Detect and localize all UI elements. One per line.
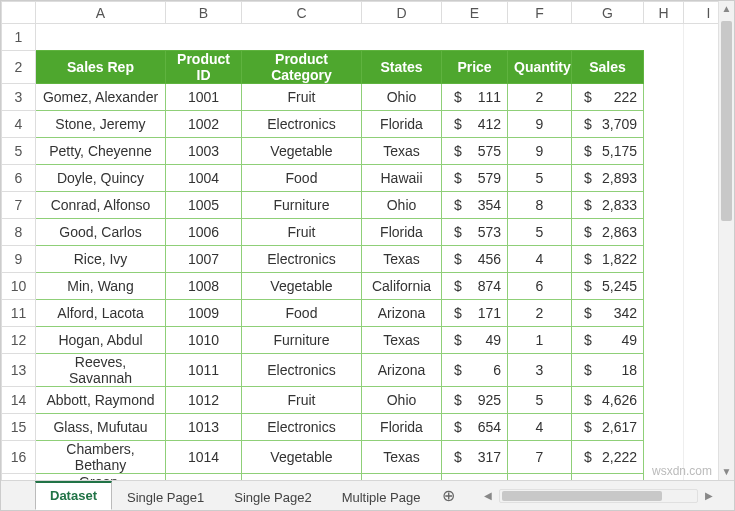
cell[interactable]	[644, 327, 684, 354]
cell[interactable]: Abbott, Raymond	[36, 387, 166, 414]
cell[interactable]: $654	[442, 414, 508, 441]
col-header-G[interactable]: G	[572, 2, 644, 24]
cell[interactable]: 1012	[166, 387, 242, 414]
cell[interactable]: Food	[242, 300, 362, 327]
cell[interactable]: $925	[442, 387, 508, 414]
new-sheet-button[interactable]: ⊕	[435, 481, 461, 510]
cell[interactable]: Texas	[362, 138, 442, 165]
cell[interactable]: Gomez, Alexander	[36, 84, 166, 111]
cell[interactable]: Fruit	[242, 84, 362, 111]
cell[interactable]	[644, 165, 684, 192]
cell[interactable]: 9	[508, 138, 572, 165]
cell[interactable]: Alford, Lacota	[36, 300, 166, 327]
worksheet-grid[interactable]: A B C D E F G H I 1 2 Sales Rep Product …	[1, 1, 734, 507]
cell[interactable]: Vegetable	[242, 273, 362, 300]
cell[interactable]: Glass, Mufutau	[36, 414, 166, 441]
cell[interactable]: $5,175	[572, 138, 644, 165]
table-header-rep[interactable]: Sales Rep	[36, 51, 166, 84]
cell[interactable]: Arizona	[362, 354, 442, 387]
cell[interactable]: Texas	[362, 441, 442, 474]
cell[interactable]: $412	[442, 111, 508, 138]
cell[interactable]	[644, 354, 684, 387]
cell[interactable]: 5	[508, 165, 572, 192]
row-header[interactable]: 7	[2, 192, 36, 219]
cell[interactable]	[644, 51, 684, 84]
cell[interactable]: $5,245	[572, 273, 644, 300]
cell[interactable]: 1013	[166, 414, 242, 441]
select-all-corner[interactable]	[2, 2, 36, 24]
cell[interactable]: $354	[442, 192, 508, 219]
row-header[interactable]: 13	[2, 354, 36, 387]
cell[interactable]: $456	[442, 246, 508, 273]
col-header-A[interactable]: A	[36, 2, 166, 24]
cell[interactable]: $49	[572, 327, 644, 354]
cell[interactable]: 1009	[166, 300, 242, 327]
cell[interactable]: Chambers, Bethany	[36, 441, 166, 474]
cell[interactable]: $49	[442, 327, 508, 354]
cell[interactable]: Fruit	[242, 219, 362, 246]
cell[interactable]: $4,626	[572, 387, 644, 414]
cell[interactable]: $573	[442, 219, 508, 246]
scroll-up-icon[interactable]: ▲	[719, 1, 734, 17]
cell[interactable]: California	[362, 273, 442, 300]
row-header[interactable]: 12	[2, 327, 36, 354]
cell[interactable]: 1006	[166, 219, 242, 246]
table-header-pid[interactable]: Product ID	[166, 51, 242, 84]
vertical-scrollbar[interactable]: ▲ ▼	[718, 1, 734, 480]
cell[interactable]: Food	[242, 165, 362, 192]
col-header-C[interactable]: C	[242, 2, 362, 24]
col-header-D[interactable]: D	[362, 2, 442, 24]
row-header[interactable]: 2	[2, 51, 36, 84]
cell[interactable]: Electronics	[242, 354, 362, 387]
cell[interactable]: Florida	[362, 111, 442, 138]
col-header-B[interactable]: B	[166, 2, 242, 24]
cell[interactable]: Doyle, Quincy	[36, 165, 166, 192]
row-header[interactable]: 15	[2, 414, 36, 441]
row-header[interactable]: 1	[2, 24, 36, 51]
row-header[interactable]: 9	[2, 246, 36, 273]
cell[interactable]: Ohio	[362, 192, 442, 219]
cell[interactable]: Florida	[362, 414, 442, 441]
cell[interactable]: $222	[572, 84, 644, 111]
table-header-cat[interactable]: Product Category	[242, 51, 362, 84]
hscroll-thumb[interactable]	[502, 491, 662, 501]
cell[interactable]: Electronics	[242, 414, 362, 441]
table-header-sales[interactable]: Sales	[572, 51, 644, 84]
cell[interactable]: Min, Wang	[36, 273, 166, 300]
scroll-right-icon[interactable]: ▶	[702, 490, 716, 501]
cell[interactable]: 5	[508, 387, 572, 414]
cell[interactable]: 8	[508, 192, 572, 219]
cell[interactable]: Ohio	[362, 84, 442, 111]
cell[interactable]: $171	[442, 300, 508, 327]
cell[interactable]: Vegetable	[242, 441, 362, 474]
cell[interactable]: $2,617	[572, 414, 644, 441]
table-header-qty[interactable]: Quantity	[508, 51, 572, 84]
row-header[interactable]: 4	[2, 111, 36, 138]
cell[interactable]	[644, 192, 684, 219]
cell[interactable]	[36, 24, 684, 51]
cell[interactable]: Furniture	[242, 192, 362, 219]
cell[interactable]: $18	[572, 354, 644, 387]
table-header-price[interactable]: Price	[442, 51, 508, 84]
cell[interactable]: $2,222	[572, 441, 644, 474]
cell[interactable]	[644, 414, 684, 441]
col-header-H[interactable]: H	[644, 2, 684, 24]
cell[interactable]: 4	[508, 414, 572, 441]
cell[interactable]: 3	[508, 354, 572, 387]
cell[interactable]: $1,822	[572, 246, 644, 273]
cell[interactable]: 2	[508, 300, 572, 327]
cell[interactable]	[644, 300, 684, 327]
cell[interactable]: $2,833	[572, 192, 644, 219]
cell[interactable]	[644, 111, 684, 138]
cell[interactable]: Conrad, Alfonso	[36, 192, 166, 219]
row-header[interactable]: 16	[2, 441, 36, 474]
cell[interactable]: 7	[508, 441, 572, 474]
cell[interactable]: $874	[442, 273, 508, 300]
cell[interactable]	[644, 84, 684, 111]
horizontal-scrollbar[interactable]: ◀ ▶	[481, 481, 716, 510]
cell[interactable]: Arizona	[362, 300, 442, 327]
cell[interactable]	[644, 273, 684, 300]
cell[interactable]: 1005	[166, 192, 242, 219]
cell[interactable]: $342	[572, 300, 644, 327]
cell[interactable]: Reeves, Savannah	[36, 354, 166, 387]
